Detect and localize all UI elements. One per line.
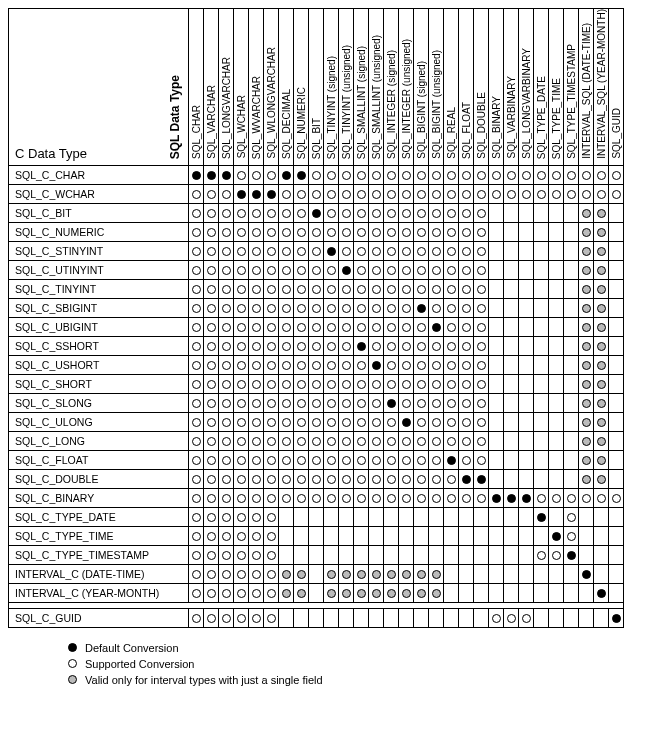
matrix-cell xyxy=(504,488,519,507)
matrix-cell xyxy=(459,374,474,393)
matrix-cell xyxy=(414,355,429,374)
matrix-cell xyxy=(534,488,549,507)
column-header-label: SQL_TINYINT (signed) xyxy=(326,56,337,159)
row-header: SQL_C_UBIGINT xyxy=(9,317,189,336)
open-circle-icon xyxy=(432,380,441,389)
table-row: SQL_C_UTINYINT xyxy=(9,260,624,279)
matrix-cell xyxy=(369,165,384,184)
matrix-cell xyxy=(279,355,294,374)
open-circle-icon xyxy=(192,494,201,503)
open-circle-icon xyxy=(267,513,276,522)
open-circle-icon xyxy=(282,266,291,275)
matrix-cell xyxy=(549,241,564,260)
gray-circle-icon xyxy=(432,570,441,579)
gray-circle-icon xyxy=(582,456,591,465)
table-row: SQL_C_STINYINT xyxy=(9,241,624,260)
matrix-cell xyxy=(504,279,519,298)
matrix-cell xyxy=(339,526,354,545)
matrix-cell xyxy=(519,241,534,260)
open-circle-icon xyxy=(282,247,291,256)
open-circle-icon xyxy=(237,437,246,446)
open-circle-icon xyxy=(252,551,261,560)
matrix-cell xyxy=(354,412,369,431)
matrix-cell xyxy=(579,374,594,393)
column-header-label: SQL_BIT xyxy=(311,118,322,159)
gray-circle-icon xyxy=(597,323,606,332)
open-circle-icon xyxy=(312,361,321,370)
matrix-cell xyxy=(549,336,564,355)
matrix-cell xyxy=(459,165,474,184)
matrix-cell xyxy=(249,279,264,298)
open-circle-icon xyxy=(357,247,366,256)
open-circle-icon xyxy=(462,380,471,389)
open-circle-icon xyxy=(522,190,531,199)
column-header: SQL_TINYINT (signed) xyxy=(324,9,339,166)
matrix-cell xyxy=(324,545,339,564)
filled-circle-icon xyxy=(267,190,276,199)
gray-circle-icon xyxy=(597,304,606,313)
matrix-cell xyxy=(234,469,249,488)
open-circle-icon xyxy=(267,614,276,623)
open-circle-icon xyxy=(267,437,276,446)
matrix-cell xyxy=(489,608,504,627)
matrix-cell xyxy=(504,317,519,336)
open-circle-icon xyxy=(567,494,576,503)
open-circle-icon xyxy=(267,589,276,598)
matrix-cell xyxy=(324,165,339,184)
matrix-cell xyxy=(234,241,249,260)
open-circle-icon xyxy=(342,418,351,427)
open-circle-icon xyxy=(252,614,261,623)
open-circle-icon xyxy=(417,342,426,351)
open-circle-icon xyxy=(342,304,351,313)
gray-circle-icon xyxy=(582,437,591,446)
matrix-cell xyxy=(384,241,399,260)
matrix-cell xyxy=(339,203,354,222)
corner-header: C Data Type SQL Data Type xyxy=(9,9,189,166)
gray-circle-icon xyxy=(597,399,606,408)
column-header: SQL_INTEGER (unsigned) xyxy=(399,9,414,166)
open-circle-icon xyxy=(447,399,456,408)
matrix-cell xyxy=(459,393,474,412)
matrix-cell xyxy=(519,317,534,336)
matrix-cell xyxy=(444,488,459,507)
open-circle-icon xyxy=(447,323,456,332)
open-circle-icon xyxy=(267,456,276,465)
matrix-cell xyxy=(444,564,459,583)
matrix-cell xyxy=(309,545,324,564)
matrix-cell xyxy=(384,564,399,583)
matrix-cell xyxy=(204,374,219,393)
column-header-label: SQL_TINYINT (unsigned) xyxy=(341,45,352,159)
matrix-cell xyxy=(354,317,369,336)
open-circle-icon xyxy=(462,361,471,370)
matrix-cell xyxy=(609,260,624,279)
open-circle-icon xyxy=(552,171,561,180)
matrix-cell xyxy=(444,393,459,412)
matrix-cell xyxy=(594,507,609,526)
matrix-cell xyxy=(354,374,369,393)
matrix-cell xyxy=(279,298,294,317)
matrix-cell xyxy=(519,431,534,450)
open-circle-icon xyxy=(267,247,276,256)
row-header: SQL_C_TYPE_DATE xyxy=(9,507,189,526)
matrix-cell xyxy=(369,374,384,393)
gray-circle-icon xyxy=(582,418,591,427)
matrix-cell xyxy=(549,279,564,298)
matrix-cell xyxy=(579,165,594,184)
matrix-cell xyxy=(204,507,219,526)
matrix-cell xyxy=(519,374,534,393)
open-circle-icon xyxy=(432,285,441,294)
open-circle-icon xyxy=(357,171,366,180)
matrix-cell xyxy=(564,488,579,507)
open-circle-icon xyxy=(282,228,291,237)
open-circle-icon xyxy=(477,323,486,332)
matrix-cell xyxy=(249,507,264,526)
matrix-cell xyxy=(534,317,549,336)
matrix-cell xyxy=(564,583,579,602)
table-row: SQL_C_LONG xyxy=(9,431,624,450)
open-circle-icon xyxy=(387,209,396,218)
matrix-cell xyxy=(534,583,549,602)
matrix-cell xyxy=(549,545,564,564)
open-circle-icon xyxy=(252,209,261,218)
matrix-cell xyxy=(489,507,504,526)
open-circle-icon xyxy=(282,304,291,313)
